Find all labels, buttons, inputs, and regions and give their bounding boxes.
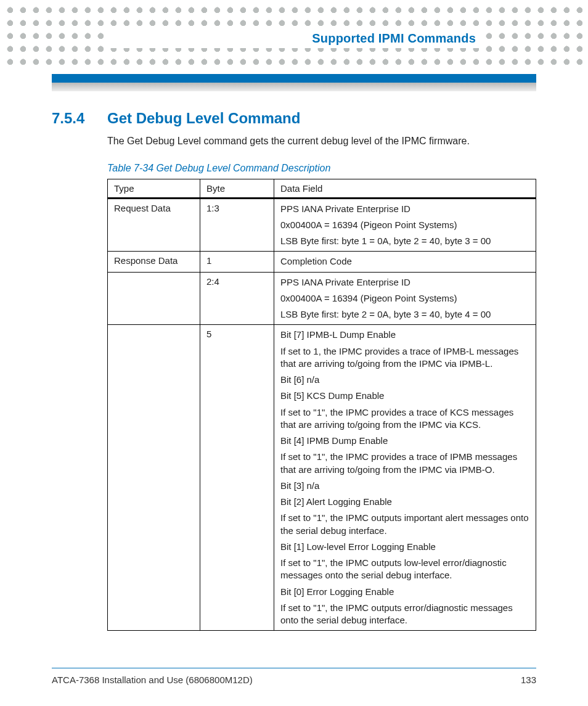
chapter-title: Supported IPMI Commands [312, 31, 476, 46]
data-field-line: 0x00400A = 16394 (Pigeon Point Systems) [280, 219, 529, 231]
footer-doc-title: ATCA-7368 Installation and Use (6806800M… [52, 675, 253, 685]
section-number: 7.5.4 [52, 110, 91, 127]
data-field-line: Bit [4] IPMB Dump Enable [280, 435, 529, 447]
col-header-data: Data Field [274, 179, 536, 198]
cell-data-field: PPS IANA Private Enterprise ID0x00400A =… [274, 272, 536, 325]
data-field-line: LSB Byte first: byte 1 = 0A, byte 2 = 40… [280, 235, 529, 247]
chapter-title-pill: Supported IPMI Commands [104, 28, 484, 48]
data-field-line: Bit [7] IPMB-L Dump Enable [280, 329, 529, 341]
header-dot-band: Supported IPMI Commands [0, 0, 588, 68]
footer-page-number: 133 [521, 675, 536, 685]
section-title: Get Debug Level Command [107, 110, 300, 127]
table-row: Response Data1Completion Code [108, 252, 536, 272]
cell-byte: 5 [200, 325, 274, 631]
data-field-line: If set to "1", the IPMC outputs low-leve… [280, 557, 529, 582]
page-footer: ATCA-7368 Installation and Use (6806800M… [52, 668, 536, 685]
section-intro: The Get Debug Level command gets the cur… [107, 134, 536, 148]
table-row: Request Data1:3PPS IANA Private Enterpri… [108, 198, 536, 252]
cell-byte: 1:3 [200, 198, 274, 252]
cell-data-field: PPS IANA Private Enterprise ID0x00400A =… [274, 198, 536, 252]
cell-byte: 2:4 [200, 272, 274, 325]
data-field-line: If set to 1, the IPMC provides a trace o… [280, 345, 529, 371]
cell-type: Response Data [108, 252, 200, 272]
col-header-type: Type [108, 179, 200, 198]
data-field-line: If set to "1", the IPMC outputs importan… [280, 512, 529, 537]
table-header-row: Type Byte Data Field [108, 179, 536, 198]
data-field-line: PPS IANA Private Enterprise ID [280, 203, 529, 215]
data-field-line: 0x00400A = 16394 (Pigeon Point Systems) [280, 292, 529, 305]
data-field-line: If set to "1", the IPMC outputs error/di… [280, 602, 529, 627]
page-content: 7.5.4 Get Debug Level Command The Get De… [0, 91, 588, 643]
cell-type [108, 272, 200, 325]
table-row: 5Bit [7] IPMB-L Dump EnableIf set to 1, … [108, 325, 536, 631]
data-field-line: Bit [5] KCS Dump Enable [280, 390, 529, 402]
section-heading: 7.5.4 Get Debug Level Command [52, 110, 536, 127]
col-header-byte: Byte [200, 179, 274, 198]
cell-data-field: Completion Code [274, 252, 536, 272]
cell-type: Request Data [108, 198, 200, 252]
command-table: Type Byte Data Field Request Data1:3PPS … [107, 179, 536, 631]
data-field-line: If set to "1", the IPMC provides a trace… [280, 451, 529, 476]
cell-type [108, 325, 200, 631]
table-caption: Table 7-34 Get Debug Level Command Descr… [107, 163, 536, 174]
data-field-line: If set to "1", the IPMC provides a trace… [280, 406, 529, 432]
cell-data-field: Bit [7] IPMB-L Dump EnableIf set to 1, t… [274, 325, 536, 631]
data-field-line: Bit [3] n/a [280, 480, 529, 492]
divider-bars [0, 74, 588, 91]
data-field-line: LSB Byte first: byte 2 = 0A, byte 3 = 40… [280, 308, 529, 321]
data-field-line: PPS IANA Private Enterprise ID [280, 276, 529, 289]
data-field-line: Bit [0] Error Logging Enable [280, 586, 529, 598]
cell-byte: 1 [200, 252, 274, 272]
data-field-line: Bit [1] Low-level Error Logging Enable [280, 541, 529, 553]
data-field-line: Bit [6] n/a [280, 374, 529, 386]
table-row: 2:4PPS IANA Private Enterprise ID0x00400… [108, 272, 536, 325]
blue-bar [52, 74, 536, 83]
data-field-line: Completion Code [280, 255, 529, 268]
grey-gradient-bar [52, 83, 536, 91]
data-field-line: Bit [2] Alert Logging Enable [280, 496, 529, 508]
